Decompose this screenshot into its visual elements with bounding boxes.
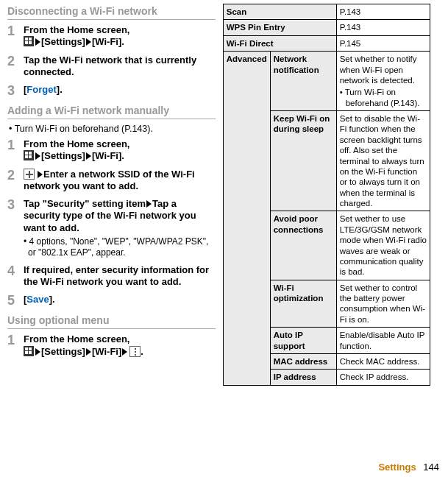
text: From the Home screen, [24,333,130,344]
cell-val: Check MAC address. [336,353,430,369]
cell-advanced: Advanced [223,52,270,386]
sub-note: 4 options, "None", "WEP", "WPA/WPA2 PSK"… [24,236,216,258]
cell-key: Avoid poor connections [270,211,336,280]
overflow-menu-icon [129,346,141,357]
cell-val: Check IP address. [336,370,430,385]
step-add-3: 3 Tap "Security" setting itemTap a secur… [7,198,216,258]
cell-key: IP address [270,370,336,385]
table-row: Wi-Fi Direct P.145 [223,35,430,51]
step-disc-3: 3 [Forget]. [7,84,216,97]
plus-icon [24,169,35,180]
text: From the Home screen, [24,24,130,35]
step-add-2: 2 Enter a network SSID of the Wi-Fi netw… [7,169,216,193]
cell-key: Wi-Fi optimization [270,280,336,328]
forget-link: Forget [26,84,56,95]
home-grid-icon [24,150,34,160]
cell-key: Network notification [270,52,336,111]
heading-optional: Using optional menu [7,313,216,329]
text: [Wi-Fi] [92,346,121,357]
text: . [141,346,143,357]
table-row: WPS Pin Entry P.143 [223,20,430,35]
text: [Settings] [41,346,85,357]
sub-note: Turn Wi-Fi on beforehand (P.143). [340,87,427,108]
text: Tap the Wi-Fi network that is currently … [24,54,216,79]
step-add-5: 5 [Save]. [7,294,216,307]
text: [Wi-Fi]. [92,36,124,47]
chevron-right-icon [38,171,43,178]
text: ]. [57,84,63,95]
text: [Settings] [41,36,85,47]
step-number: 3 [7,84,24,97]
options-table: Scan P.143 WPS Pin Entry P.143 Wi-Fi Dir… [223,4,431,386]
cell-key: Auto IP support [270,328,336,354]
step-number: 1 [7,333,24,347]
table-row: Advanced Network notification Set whethe… [223,52,430,111]
home-grid-icon [24,36,34,46]
step-number: 3 [7,198,24,211]
step-add-4: 4 If required, enter security informatio… [7,264,216,289]
cell-key: Scan [223,4,336,20]
chevron-right-icon [35,152,40,160]
text: Enter a network SSID of the Wi-Fi networ… [24,169,195,191]
cell-val: Set whether to notify when Wi-Fi open ne… [336,52,430,111]
save-link: Save [26,294,49,305]
text: From the Home screen, [24,138,130,149]
step-number: 2 [7,54,24,68]
chevron-right-icon [146,200,152,208]
text: ]. [49,294,55,305]
cell-key: MAC address [270,353,336,369]
home-grid-icon [24,346,34,356]
cell-key: WPS Pin Entry [223,20,336,35]
footer-section: Settings [378,462,416,473]
cell-val: Set to disable the Wi-Fi function when t… [336,111,430,211]
chevron-right-icon [86,348,91,356]
chevron-right-icon [86,152,91,160]
step-disc-1: 1 From the Home screen, [Settings][Wi-Fi… [7,24,216,49]
text: [Wi-Fi]. [92,150,124,161]
cell-key: Wi-Fi Direct [223,35,336,51]
cell-val: Set wether to control the battery power … [336,280,430,328]
step-number: 5 [7,294,24,307]
chevron-right-icon [35,38,40,46]
step-number: 2 [7,169,24,182]
note: Turn Wi-Fi on beforehand (P.143). [9,124,216,134]
cell-val: Set wether to use LTE/3G/GSM network mod… [336,211,430,280]
step-opt-1: 1 From the Home screen, [Settings][Wi-Fi… [7,333,216,358]
step-add-1: 1 From the Home screen, [Settings][Wi-Fi… [7,138,216,163]
step-disc-2: 2 Tap the Wi-Fi network that is currentl… [7,54,216,79]
chevron-right-icon [122,348,127,356]
text: Set whether to notify when Wi-Fi open ne… [340,54,417,85]
step-number: 1 [7,24,24,38]
chevron-right-icon [86,38,91,46]
cell-val: Enable/disable Auto IP function. [336,328,430,354]
page-footer: Settings 144 [378,462,439,473]
cell-val: P.143 [336,20,430,35]
text: If required, enter security information … [24,264,216,289]
step-number: 4 [7,264,24,278]
text: [Settings] [41,150,85,161]
cell-val: P.143 [336,4,430,20]
step-number: 1 [7,138,24,152]
table-row: Scan P.143 [223,4,430,20]
cell-val: P.145 [336,35,430,51]
heading-disconnect: Disconnecting a Wi-Fi network [7,4,216,20]
chevron-right-icon [35,348,40,356]
cell-key: Keep Wi-Fi on during sleep [270,111,336,211]
heading-add: Adding a Wi-Fi network manually [7,103,216,119]
page-number: 144 [423,462,439,473]
text: Tap "Security" setting item [24,198,146,209]
